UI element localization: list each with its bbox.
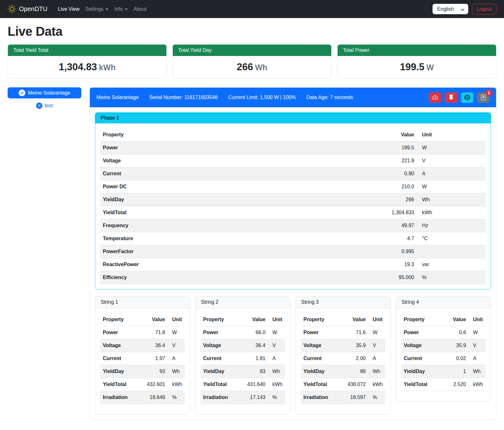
value-cell: 4.7: [289, 232, 417, 245]
unit-cell: Wh: [268, 365, 285, 378]
brand[interactable]: OpenDTU: [8, 5, 47, 13]
value-cell: 266: [289, 193, 417, 206]
language-select[interactable]: English: [432, 4, 468, 14]
phase-table: Property Value Unit Power199.5WVoltage22…: [100, 128, 486, 284]
sun-icon: [8, 5, 16, 13]
unit-cell: °C: [417, 232, 486, 245]
table-row: Power199.5W: [100, 141, 486, 154]
value-cell: 221.9: [289, 154, 417, 167]
unit-cell: W: [469, 326, 486, 339]
col-unit: Unit: [168, 313, 185, 326]
navbar-right: English Logout: [432, 4, 496, 15]
property-cell: Power: [100, 141, 289, 154]
device-info-button[interactable]: [461, 92, 473, 103]
table-row: Current1.81A: [201, 352, 285, 365]
unit-cell: V: [417, 154, 486, 167]
nav-item-live-view[interactable]: Live View: [55, 4, 82, 15]
nav-item-settings[interactable]: Settings: [82, 4, 111, 15]
table-row: ReactivePower19.3var: [100, 258, 486, 271]
unit-cell: V: [368, 339, 385, 352]
property-cell: YieldTotal: [201, 378, 238, 391]
phase-body: Property Value Unit Power199.5WVoltage22…: [95, 123, 491, 289]
phase-table-body: Power199.5WVoltage221.9VCurrent0.90APowe…: [100, 141, 486, 284]
unit-cell: kWh: [168, 378, 185, 391]
value-cell: 1,304.833: [289, 206, 417, 219]
property-cell: YieldTotal: [100, 378, 138, 391]
value-cell: 2.520: [442, 378, 469, 391]
unit-text: Wh: [255, 63, 267, 72]
inverter-body: Phase 1 Property Value Unit Power199.5WV…: [90, 107, 496, 420]
unit-cell: %: [368, 391, 385, 404]
value-cell: 431.640: [238, 378, 268, 391]
table-row: YieldTotal1,304.833kWh: [100, 206, 486, 219]
value-cell: 18.597: [339, 391, 368, 404]
col-unit: Unit: [417, 128, 486, 141]
table-row: YieldTotal431.640kWh: [201, 378, 285, 391]
col-unit: Unit: [268, 313, 285, 326]
string-body: Property Value Unit Power66.0WVoltage36.…: [196, 308, 290, 414]
card-value: 199.5W: [338, 56, 496, 78]
table-row: YieldDay266Wh: [100, 193, 486, 206]
page-title: Live Data: [8, 24, 496, 39]
value-cell: 17.143: [238, 391, 268, 404]
nav-item-about[interactable]: About: [131, 4, 150, 15]
table-row: YieldTotal432.601kWh: [100, 378, 185, 391]
logout-button[interactable]: Logout: [472, 4, 496, 15]
table-row: Voltage36.4V: [100, 339, 185, 352]
nav-item-info[interactable]: Info: [111, 4, 131, 15]
property-cell: Irradiation: [201, 391, 238, 404]
inverter-selected-button[interactable]: Meine Solaranlage: [8, 87, 81, 98]
strings-row: String 1 Property Value Unit: [95, 296, 491, 414]
value-cell: 35.9: [442, 339, 469, 352]
table-header: Property Value Unit: [301, 313, 385, 326]
unit-cell: %: [268, 391, 285, 404]
chevron-down-icon: [105, 9, 109, 10]
string-4-card: String 4 Property Value Unit: [396, 296, 491, 402]
table-row: Voltage36.4V: [201, 339, 285, 352]
chevron-down-icon: [125, 9, 128, 10]
property-cell: Current: [201, 352, 238, 365]
table-row: Irradiation17.143%: [201, 391, 285, 404]
property-cell: Temperature: [100, 232, 289, 245]
string-3-card: String 3 Property Value Unit: [296, 296, 391, 414]
value-cell: 95.000: [289, 271, 417, 284]
event-log-button[interactable]: 2: [477, 92, 489, 103]
property-cell: YieldTotal: [100, 206, 289, 219]
value-cell: 71.8: [138, 326, 168, 339]
table-row: YieldTotal438.072kWh: [301, 378, 385, 391]
col-property: Property: [100, 313, 138, 326]
limit-settings-button[interactable]: [429, 92, 441, 103]
phase-title: Phase 1: [95, 113, 491, 123]
table-row: Power66.0W: [201, 326, 285, 339]
unit-cell: kWh: [368, 378, 385, 391]
value-cell: 1.81: [238, 352, 268, 365]
table-row: Power0.6W: [401, 326, 486, 339]
check-circle-icon: [19, 90, 25, 96]
string-table: Property Value Unit Power66.0WVoltage36.…: [201, 313, 285, 404]
unit-cell: W: [417, 141, 486, 154]
string-body: Property Value Unit Power71.8WVoltage36.…: [95, 308, 190, 414]
serial-number: Serial Number: 116171603546: [149, 95, 218, 100]
power-button[interactable]: [445, 92, 457, 103]
property-cell: YieldDay: [301, 365, 339, 378]
table-header-row: Property Value Unit: [401, 313, 486, 326]
property-cell: Irradiation: [100, 391, 138, 404]
unit-cell: kWh: [417, 206, 486, 219]
value-cell: 36.4: [138, 339, 168, 352]
property-cell: YieldDay: [100, 193, 289, 206]
property-cell: Power: [401, 326, 442, 339]
col-property: Property: [100, 128, 289, 141]
data-age: Data Age: 7 seconds: [306, 95, 353, 100]
unit-cell: Wh: [168, 365, 185, 378]
unit-cell: kWh: [469, 378, 486, 391]
total-yield-day-card: Total Yield Day 266Wh: [172, 44, 332, 78]
summary-cards-row: Total Yield Total 1,304.83kWh Total Yiel…: [8, 44, 496, 78]
card-title: Total Yield Total: [8, 45, 166, 56]
table-row: YieldTotal2.520kWh: [401, 378, 486, 391]
string-table: Property Value Unit Power0.6WVoltage35.9…: [401, 313, 486, 391]
table-row: YieldDay93Wh: [100, 365, 185, 378]
property-cell: Current: [100, 167, 289, 180]
string-1-card: String 1 Property Value Unit: [95, 296, 190, 414]
inverter-item-test[interactable]: test: [8, 103, 81, 109]
value-cell: 0.6: [442, 326, 469, 339]
